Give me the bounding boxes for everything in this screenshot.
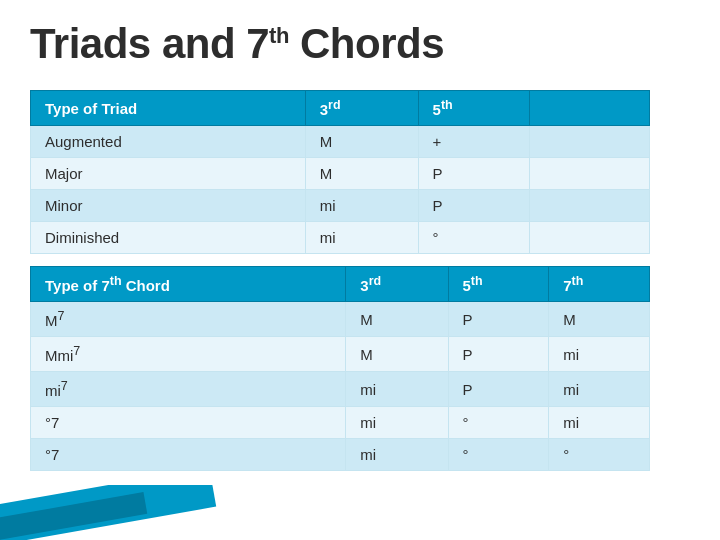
table-row: Diminished mi ° (31, 222, 650, 254)
triad-extra (530, 158, 650, 190)
triads-header-col3: 5th (418, 91, 529, 126)
seventh-chord-fifth: ° (448, 439, 549, 471)
bottom-decoration (0, 485, 320, 540)
seventh-chord-name: M7 (31, 302, 346, 337)
seventh-chord-third: M (346, 302, 448, 337)
seventh-header-col3: 5th (448, 267, 549, 302)
table-row: °7 mi ° ° (31, 439, 650, 471)
seventh-chord-seventh: mi (549, 372, 650, 407)
triad-third: mi (305, 222, 418, 254)
seventh-header-col4: 7th (549, 267, 650, 302)
triad-fifth: ° (418, 222, 529, 254)
seventh-chord-name: mi7 (31, 372, 346, 407)
table-row: Augmented M + (31, 126, 650, 158)
seventh-chord-third: M (346, 337, 448, 372)
seventh-chord-seventh: mi (549, 407, 650, 439)
seventh-chord-third: mi (346, 407, 448, 439)
seventh-chord-name: °7 (31, 407, 346, 439)
table-row: Mmi7 M P mi (31, 337, 650, 372)
triads-header-row: Type of Triad 3rd 5th (31, 91, 650, 126)
table-row: Major M P (31, 158, 650, 190)
triad-fifth: P (418, 190, 529, 222)
seventh-chord-seventh: M (549, 302, 650, 337)
table-row: °7 mi ° mi (31, 407, 650, 439)
triad-name: Augmented (31, 126, 306, 158)
seventh-chord-name: Mmi7 (31, 337, 346, 372)
seventh-chord-fifth: ° (448, 407, 549, 439)
page-title: Triads and 7th Chords (30, 20, 690, 68)
triad-extra (530, 222, 650, 254)
triad-fifth: + (418, 126, 529, 158)
seventh-chord-seventh: mi (549, 337, 650, 372)
triad-name: Minor (31, 190, 306, 222)
table-row: Minor mi P (31, 190, 650, 222)
table-row: M7 M P M (31, 302, 650, 337)
seventh-chord-third: mi (346, 439, 448, 471)
table-row: mi7 mi P mi (31, 372, 650, 407)
triads-header-col2: 3rd (305, 91, 418, 126)
triad-third: M (305, 126, 418, 158)
seventh-chord-seventh: ° (549, 439, 650, 471)
seventh-chord-fifth: P (448, 337, 549, 372)
seventh-header-row: Type of 7th Chord 3rd 5th 7th (31, 267, 650, 302)
seventh-chord-fifth: P (448, 302, 549, 337)
seventh-chord-third: mi (346, 372, 448, 407)
triad-third: M (305, 158, 418, 190)
seventh-header-col2: 3rd (346, 267, 448, 302)
seventh-chords-table: Type of 7th Chord 3rd 5th 7th M7 M P M M… (30, 266, 650, 471)
triad-name: Major (31, 158, 306, 190)
page-container: Triads and 7th Chords Type of Triad 3rd … (0, 0, 720, 540)
triad-fifth: P (418, 158, 529, 190)
triad-third: mi (305, 190, 418, 222)
seventh-header-col1: Type of 7th Chord (31, 267, 346, 302)
triad-extra (530, 190, 650, 222)
seventh-chord-fifth: P (448, 372, 549, 407)
triad-extra (530, 126, 650, 158)
triad-name: Diminished (31, 222, 306, 254)
triads-header-col1: Type of Triad (31, 91, 306, 126)
seventh-chord-name: °7 (31, 439, 346, 471)
triads-table: Type of Triad 3rd 5th Augmented M + Majo… (30, 90, 650, 254)
triads-header-col4 (530, 91, 650, 126)
